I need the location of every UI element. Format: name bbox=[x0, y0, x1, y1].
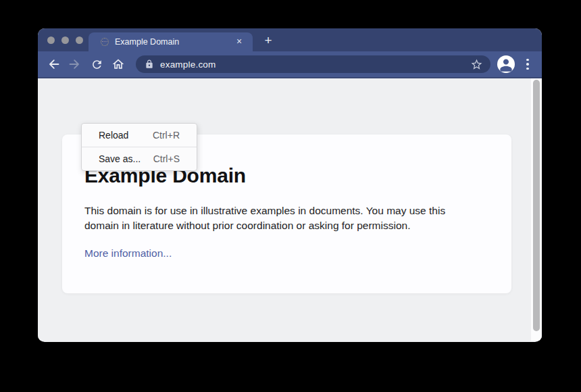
url-text[interactable]: example.com bbox=[160, 59, 470, 70]
more-information-link[interactable]: More information... bbox=[84, 247, 172, 260]
tab-example-domain[interactable]: Example Domain × bbox=[89, 32, 253, 51]
close-window-button[interactable] bbox=[47, 36, 55, 44]
traffic-lights bbox=[47, 36, 83, 44]
menu-item-shortcut: Ctrl+R bbox=[153, 130, 180, 141]
back-arrow-icon bbox=[47, 57, 60, 71]
page-viewport: Example Domain This domain is for use in… bbox=[38, 78, 542, 341]
context-menu: Reload Ctrl+R Save as... Ctrl+S bbox=[81, 123, 197, 171]
dot-icon bbox=[526, 63, 529, 66]
maximize-window-button[interactable] bbox=[76, 36, 83, 44]
context-menu-item-save-as[interactable]: Save as... Ctrl+S bbox=[82, 147, 197, 170]
profile-avatar-button[interactable] bbox=[497, 55, 515, 73]
dot-icon bbox=[526, 68, 529, 70]
forward-arrow-icon bbox=[68, 57, 82, 71]
lock-icon bbox=[145, 59, 154, 69]
dot-icon bbox=[526, 59, 529, 62]
scrollbar-track[interactable] bbox=[531, 78, 542, 341]
new-tab-button[interactable]: + bbox=[261, 33, 276, 48]
menu-item-label: Save as... bbox=[99, 153, 141, 164]
browser-window: Example Domain × + bbox=[38, 28, 542, 342]
forward-button[interactable] bbox=[67, 56, 83, 72]
menu-item-label: Reload bbox=[99, 130, 128, 141]
home-icon bbox=[111, 57, 125, 71]
minimize-window-button[interactable] bbox=[61, 36, 69, 44]
home-button[interactable] bbox=[110, 56, 126, 72]
browser-menu-button[interactable] bbox=[523, 59, 532, 70]
menu-item-shortcut: Ctrl+S bbox=[153, 153, 180, 164]
person-icon bbox=[497, 55, 515, 73]
page-paragraph: This domain is for use in illustrative e… bbox=[84, 203, 476, 232]
back-button[interactable] bbox=[45, 56, 61, 72]
tab-title: Example Domain bbox=[115, 37, 234, 47]
reload-button[interactable] bbox=[89, 56, 105, 72]
context-menu-item-reload[interactable]: Reload Ctrl+R bbox=[82, 124, 197, 147]
tab-bar: Example Domain × + bbox=[38, 28, 542, 51]
address-bar[interactable]: example.com bbox=[136, 55, 490, 73]
scrollbar-thumb[interactable] bbox=[533, 80, 540, 331]
tab-close-icon[interactable]: × bbox=[234, 36, 245, 47]
browser-toolbar: example.com bbox=[38, 51, 542, 78]
globe-favicon-icon bbox=[101, 38, 109, 46]
reload-icon bbox=[91, 58, 103, 71]
bookmark-star-icon[interactable] bbox=[470, 58, 483, 71]
